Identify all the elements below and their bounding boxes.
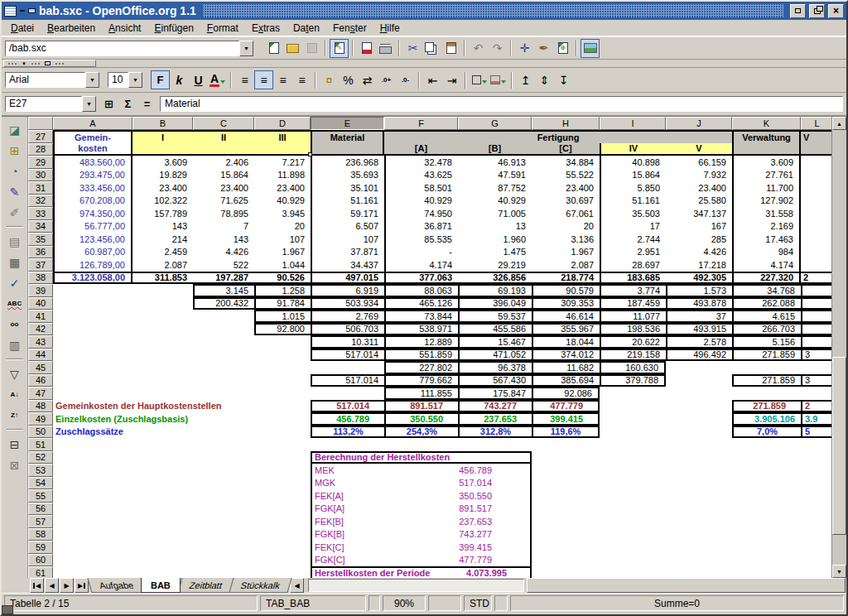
cell-E45[interactable]	[311, 361, 384, 374]
cell-F56[interactable]: 891.517	[384, 503, 532, 516]
cell-J31[interactable]: 23.400	[666, 181, 732, 195]
cell-F27[interactable]: Fertigung	[384, 130, 732, 143]
cell-A44[interactable]	[53, 349, 132, 362]
cell-E33[interactable]: 59.171	[311, 207, 384, 220]
add-decimal-icon[interactable]: .0+	[377, 70, 396, 89]
cell-J52[interactable]	[666, 451, 732, 464]
cell-K41[interactable]: 4.615	[732, 310, 801, 323]
cell-H40[interactable]: 309.353	[532, 297, 600, 310]
cell-C39[interactable]: 3.145	[193, 284, 254, 297]
cell-B42[interactable]	[132, 323, 193, 336]
cell-L57[interactable]	[801, 515, 831, 528]
selection-handle[interactable]	[308, 152, 312, 156]
cell-L27[interactable]: V	[801, 130, 831, 143]
cell-C33[interactable]: 78.895	[193, 207, 254, 220]
cell-F54[interactable]: 517.014	[384, 477, 532, 490]
cell-I56[interactable]	[600, 503, 666, 516]
cell-D61[interactable]	[254, 566, 311, 578]
cell-I61[interactable]	[600, 566, 666, 578]
next-sheet-button[interactable]: ▶	[60, 578, 74, 593]
cell-I35[interactable]: 2.744	[600, 233, 666, 246]
cell-K51[interactable]	[732, 438, 801, 451]
cell-H56[interactable]	[532, 503, 600, 516]
stylist-icon[interactable]: ✒	[534, 39, 553, 58]
cell-I29[interactable]: 40.898	[600, 156, 666, 169]
navigator-icon[interactable]: ✛	[515, 39, 534, 58]
cell-B40[interactable]	[132, 297, 193, 310]
cell-C43[interactable]	[193, 335, 254, 349]
cell-K37[interactable]: 4.174	[732, 258, 801, 272]
cell-A60[interactable]	[53, 554, 132, 567]
cell-G28[interactable]: [B]	[458, 143, 532, 156]
cell-D40[interactable]: 91.784	[254, 297, 311, 310]
cell-K50[interactable]: 7,0%	[732, 426, 801, 439]
cell-J38[interactable]: 492.305	[666, 272, 732, 285]
cell-L40[interactable]	[801, 297, 831, 310]
vertical-scroll-thumb[interactable]	[832, 357, 846, 535]
cell-K35[interactable]: 17.463	[732, 233, 801, 246]
cell-C45[interactable]	[193, 361, 254, 374]
cell-B32[interactable]: 102.322	[132, 195, 193, 208]
cell-J43[interactable]: 2.578	[666, 335, 732, 349]
cell-G46[interactable]: 567.430	[458, 374, 532, 387]
new-document-icon[interactable]	[264, 39, 283, 58]
cell-B61[interactable]	[132, 566, 193, 578]
cell-H42[interactable]: 355.967	[532, 323, 600, 336]
cell-C37[interactable]: 522	[193, 258, 254, 272]
cell-I28[interactable]: IV	[600, 143, 666, 156]
cell-H60[interactable]	[532, 554, 600, 567]
cell-B37[interactable]: 2.087	[132, 258, 193, 272]
cell-J28[interactable]: V	[666, 143, 732, 156]
maximize-button[interactable]	[809, 4, 825, 18]
cell-F29[interactable]: 32.478	[384, 156, 458, 169]
copy-icon[interactable]	[422, 39, 441, 58]
cell-B55[interactable]	[132, 489, 193, 503]
cell-A27[interactable]: Gemein-	[53, 130, 132, 143]
cell-I34[interactable]: 17	[600, 220, 666, 233]
cell-C56[interactable]	[193, 503, 254, 516]
align-bottom-icon[interactable]: ↧	[554, 70, 573, 89]
cell-F34[interactable]: 36.871	[384, 220, 458, 233]
cell-K36[interactable]: 984	[732, 246, 801, 259]
cell-L48[interactable]: 2	[801, 400, 831, 413]
cell-I48[interactable]	[600, 400, 666, 413]
cell-G30[interactable]: 47.591	[458, 169, 532, 182]
cell-K60[interactable]	[732, 554, 801, 567]
menu-fenster[interactable]: Fenster	[326, 21, 373, 36]
cell-H32[interactable]: 30.697	[532, 195, 600, 208]
cell-H55[interactable]	[532, 489, 600, 503]
cell-E28[interactable]	[311, 143, 384, 156]
cell-I30[interactable]: 15.864	[600, 169, 666, 182]
cell-E49[interactable]: 456.789	[311, 412, 384, 426]
cell-L44[interactable]: 3	[801, 349, 831, 362]
cell-L50[interactable]: 5	[801, 426, 831, 439]
font-size-input[interactable]: 10	[108, 72, 128, 88]
cell-D51[interactable]	[254, 438, 311, 451]
sum-icon[interactable]: Σ	[118, 94, 137, 113]
cell-F38[interactable]: 377.063	[384, 272, 458, 285]
cell-J61[interactable]	[666, 566, 732, 578]
cell-K48[interactable]: 271.859	[732, 400, 801, 413]
cell-C51[interactable]	[193, 438, 254, 451]
cell-H38[interactable]: 218.774	[532, 272, 600, 285]
cell-D34[interactable]: 20	[254, 220, 311, 233]
cell-F57[interactable]: 237.653	[384, 515, 532, 528]
open-icon[interactable]	[283, 39, 302, 58]
cell-J42[interactable]: 493.915	[666, 323, 732, 336]
cell-E43[interactable]: 10.311	[311, 335, 384, 349]
previous-sheet-button[interactable]: ◀	[45, 578, 59, 593]
cell-B51[interactable]	[132, 438, 193, 451]
cell-B56[interactable]	[132, 503, 193, 516]
row-header-48[interactable]: 48	[28, 400, 53, 413]
cell-D53[interactable]	[254, 464, 311, 477]
cell-A38[interactable]: 3.123.058,00	[53, 272, 132, 285]
gallery-icon[interactable]	[581, 39, 600, 58]
cell-J41[interactable]: 37	[666, 310, 732, 323]
cell-K58[interactable]	[732, 528, 801, 541]
cell-I58[interactable]	[600, 528, 666, 541]
status-sheet-info[interactable]: Tabelle 2 / 15	[4, 595, 258, 611]
select-all-corner[interactable]	[28, 117, 53, 130]
cell-G32[interactable]: 40.929	[458, 195, 532, 208]
cell-J49[interactable]	[666, 412, 732, 426]
cell-C46[interactable]	[193, 374, 254, 387]
